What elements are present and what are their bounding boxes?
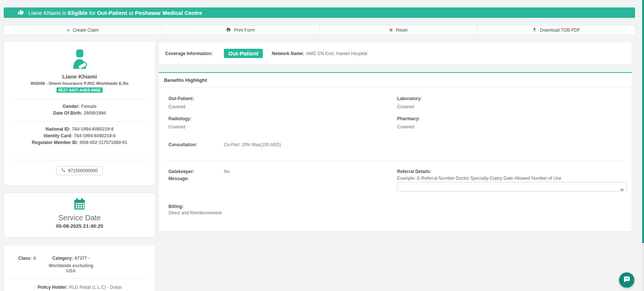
benefit-label-radiology: Radiology:	[168, 116, 191, 121]
benefit-value-pharmacy: Covered	[397, 124, 414, 129]
policy-holder-label: Policy Holder:	[38, 285, 68, 290]
reset-button[interactable]: ✖ Reset	[320, 26, 477, 35]
download-tob-pdf-button[interactable]: Download TOB PDF	[477, 26, 635, 35]
service-date-card: Service Date 05-08-2025 21:40:25	[4, 193, 155, 237]
consultation-label: Consultation:	[168, 142, 197, 147]
patient-name: Liane Khiami	[4, 73, 155, 80]
eligibility-page: Liane Khiami is Eligible for Out-Patient…	[0, 0, 644, 291]
download-icon	[532, 27, 537, 33]
national-id-value: 784-1994-6060219-8	[72, 127, 113, 132]
chat-fab-button[interactable]	[619, 272, 634, 288]
class-label: Class:	[18, 256, 32, 261]
network-name-label: Network Name:	[272, 51, 304, 56]
patient-profile-card: Liane Khiami INS008 - Orient Insurance P…	[4, 41, 155, 185]
divider	[10, 99, 149, 99]
regulator-id-label: Regulator Member ID:	[32, 140, 78, 145]
category-value: 67377 -	[75, 256, 90, 261]
dob-value: 29/09/1994	[84, 111, 106, 116]
class-value: A	[33, 256, 36, 261]
chat-bubble-icon	[623, 275, 631, 285]
regulator-id-value: I008-002-117571080-01	[80, 140, 127, 145]
referral-hint: Example: E-Referral Number-Doctor Specia…	[397, 176, 561, 181]
gatekeeper-label: Gatekeeper:	[168, 169, 194, 174]
banner-part2: for	[87, 10, 97, 16]
banner-text: Liane Khiami is Eligible for Out-Patient…	[28, 10, 202, 16]
national-id-label: National ID:	[46, 127, 71, 132]
reset-label: Reset	[396, 28, 407, 33]
x-mark-icon: ✖	[389, 28, 393, 32]
printer-icon	[226, 27, 231, 33]
divider	[159, 87, 632, 87]
network-name-value: AWC CN Excl. Iranian Hospital	[306, 51, 367, 56]
create-claim-button[interactable]: + Create Claim	[4, 26, 162, 35]
consultation-value: Co-Part: 20% Max(100 AED)	[224, 142, 281, 147]
policy-holder-value: RLG Retail (L.L.C) - Dubai	[69, 285, 122, 290]
insurance-policy: INS008 - Orient Insurance PJSC Worldwide…	[4, 81, 155, 86]
referral-select-wrap	[397, 182, 627, 192]
banner-coverage: Out-Patient	[97, 10, 127, 16]
gender-value: Female	[81, 104, 96, 109]
banner-status: Eligible	[68, 10, 87, 16]
category-block: Category:67377 - Worldwide excluding USA	[49, 256, 93, 274]
divider	[10, 160, 149, 160]
eligibility-banner: Liane Khiami is Eligible for Out-Patient…	[4, 7, 635, 18]
gatekeeper-value: No	[224, 169, 229, 174]
create-claim-label: Create Claim	[73, 28, 99, 33]
phone-button[interactable]: 971500000000	[56, 166, 103, 175]
benefit-label-pharmacy: Pharmacy:	[397, 116, 420, 121]
dob-label: Date Of Birth:	[53, 111, 82, 116]
phone-number: 971500000000	[68, 168, 98, 173]
download-tob-pdf-label: Download TOB PDF	[540, 28, 580, 33]
gender-label: Gender:	[62, 104, 80, 109]
service-datetime: 05-08-2025 21:40:25	[4, 223, 155, 229]
divider	[164, 161, 627, 161]
banner-provider: Peshawar Medical Centre	[135, 10, 202, 16]
policy-holder-row: Policy Holder:RLG Retail (L.L.C) - Dubai	[4, 285, 155, 290]
referral-details-label: Referral Details:	[397, 169, 431, 174]
coverage-info-label: Coverage Information:	[165, 51, 213, 56]
class-row: Class:A	[18, 256, 36, 261]
action-toolbar: + Create Claim Print Form ✖ Reset Downlo…	[4, 25, 635, 35]
referral-select[interactable]	[397, 182, 627, 192]
billing-label: Billing:	[168, 204, 184, 209]
scrollbar-thumb[interactable]	[642, 0, 644, 243]
print-form-button[interactable]: Print Form	[162, 26, 319, 35]
benefit-value-outpatient: Covered	[168, 104, 185, 109]
regulator-id-row: Regulator Member ID:I008-002-117571080-0…	[4, 140, 155, 145]
benefit-value-laboratory: Covered	[397, 104, 414, 109]
service-date-title: Service Date	[4, 214, 155, 222]
identity-card-label: Identity Card:	[44, 133, 72, 138]
user-icon	[4, 49, 155, 70]
category-line2: Worldwide excluding	[49, 263, 93, 268]
phone-icon	[61, 168, 65, 173]
banner-part3: at	[127, 10, 135, 16]
divider	[10, 121, 149, 122]
dob-row: Date Of Birth:29/09/1994	[4, 111, 155, 116]
benefit-label-outpatient: Out-Patient:	[168, 96, 194, 101]
benefits-highlight-card: Benefits Highlight Out-Patient: Covered …	[158, 72, 632, 231]
message-label: Message:	[168, 176, 189, 181]
benefit-label-laboratory: Laboratory:	[397, 96, 422, 101]
billing-value: Direct and Reimbursement	[168, 210, 222, 215]
plus-icon: +	[67, 28, 70, 33]
thumbs-up-icon	[9, 3, 24, 23]
gender-row: Gender:Female	[4, 104, 155, 109]
national-id-row: National ID:784-1994-6060219-8	[4, 127, 155, 132]
scrollbar-track	[642, 0, 644, 291]
banner-part1: Liane Khiami is	[28, 10, 68, 16]
benefit-value-radiology: Covered	[168, 124, 185, 129]
benefits-title: Benefits Highlight	[164, 77, 207, 83]
coverage-badge: Out-Patient	[224, 49, 263, 58]
calendar-icon	[4, 198, 155, 212]
identity-card-row: Identity Card:784-1994-6060219-8	[4, 133, 155, 138]
plan-card: Class:A Category:67377 - Worldwide exclu…	[4, 245, 155, 291]
coverage-info-card: Coverage Information: Out-Patient Networ…	[158, 42, 632, 65]
category-line3: USA	[49, 268, 93, 274]
divider	[10, 278, 149, 278]
category-label: Category:	[52, 256, 73, 261]
identity-card-value: 784-1994-6060219-8	[74, 133, 116, 138]
print-form-label: Print Form	[234, 28, 255, 33]
card-number-chip: 9E27-6427-A4E0-945E	[57, 87, 103, 93]
